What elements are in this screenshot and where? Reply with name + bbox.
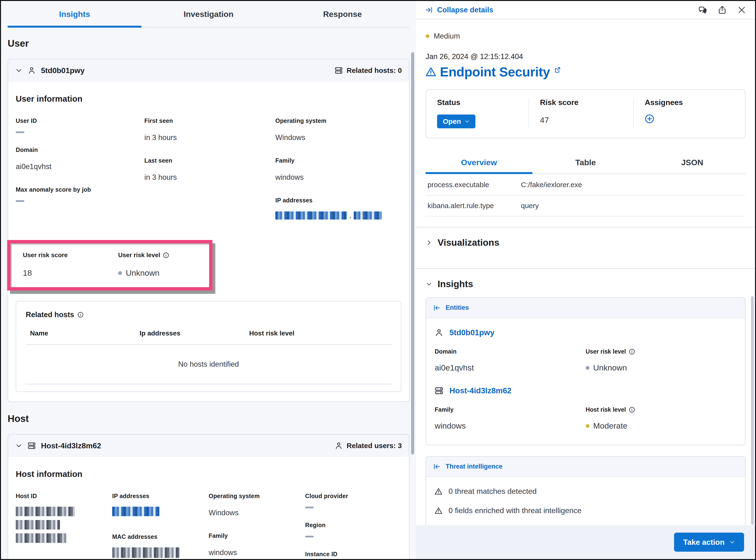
collapse-details-button[interactable]: Collapse details bbox=[425, 6, 493, 14]
entities-card: Entities 5td0b01pwy Domain ai0e1qvhst bbox=[426, 297, 745, 445]
entity-user-risk-value: Unknown bbox=[593, 363, 627, 373]
status-label: Status bbox=[437, 98, 518, 107]
risk-level-dot bbox=[586, 424, 590, 428]
alert-rule-title-link[interactable]: Endpoint Security bbox=[440, 64, 550, 80]
warning-icon bbox=[435, 507, 442, 515]
entities-card-header[interactable]: Entities bbox=[426, 298, 745, 318]
field-ip-addresses: IP addresses bbox=[112, 493, 208, 520]
field-host-id: Host ID bbox=[16, 493, 112, 547]
tab-response[interactable]: Response bbox=[276, 1, 410, 27]
info-icon[interactable] bbox=[629, 407, 635, 413]
entity-details-left-panel: InsightsInvestigationResponse User 5td0b… bbox=[1, 1, 416, 559]
add-assignee-button[interactable] bbox=[645, 114, 654, 124]
user-icon bbox=[335, 442, 343, 450]
right-panel-footer: Take action bbox=[416, 525, 755, 559]
entity-user-risk-label: User risk level bbox=[586, 348, 626, 355]
entity-host-link[interactable]: Host-4id3lz8m62 bbox=[450, 386, 511, 395]
chevron-right-icon bbox=[426, 239, 432, 246]
warning-icon bbox=[435, 487, 442, 495]
host-name: Host-4id3lz8m62 bbox=[41, 441, 101, 450]
user-risk-score-label: User risk score bbox=[23, 252, 118, 259]
alert-timestamp: Jan 26, 2024 @ 12:15:12.404 bbox=[426, 53, 745, 61]
user-section-heading: User bbox=[7, 38, 410, 49]
comments-icon[interactable] bbox=[698, 6, 707, 14]
right-panel-scrollbar[interactable] bbox=[751, 296, 754, 525]
share-icon[interactable] bbox=[718, 6, 727, 14]
related-users-count: Related users: 3 bbox=[335, 442, 402, 450]
related-hosts-column-header: Host risk level bbox=[249, 329, 294, 337]
info-icon[interactable] bbox=[629, 348, 635, 355]
status-summary-card: Status Open Risk score 47 Assignees bbox=[426, 89, 745, 138]
entity-family-value: windows bbox=[435, 421, 586, 431]
info-icon[interactable] bbox=[163, 252, 169, 258]
status-open-dropdown[interactable]: Open bbox=[437, 115, 475, 128]
alert-field-row[interactable]: kibana.alert.rule.typequery bbox=[426, 196, 745, 216]
user-card-body: User information User IDDomainai0e1qvhst… bbox=[8, 82, 409, 401]
user-info-heading: User information bbox=[16, 94, 401, 104]
field-ip-addresses: IP addresses, bbox=[275, 197, 399, 223]
empty-value-dash bbox=[16, 200, 24, 202]
field-cloud-provider: Cloud provider bbox=[305, 493, 400, 508]
host-info-grid: Host IDFirst seenJan 26, 2024 @ 12:12:57… bbox=[16, 493, 401, 559]
chevron-down-icon bbox=[464, 119, 470, 124]
user-card-header[interactable]: 5td0b01pwy Related hosts: 0 bbox=[8, 59, 409, 82]
entity-user-link[interactable]: 5td0b01pwy bbox=[450, 328, 495, 337]
left-panel-tabs: InsightsInvestigationResponse bbox=[7, 1, 410, 27]
chevron-down-icon bbox=[729, 539, 735, 545]
close-icon[interactable] bbox=[737, 6, 746, 14]
risk-score-label: Risk score bbox=[540, 98, 622, 107]
risk-level-dot bbox=[586, 366, 590, 370]
external-link-icon[interactable] bbox=[554, 66, 561, 74]
field-mac-addresses: MAC addresses bbox=[112, 533, 208, 559]
field-value: windows bbox=[208, 546, 305, 559]
arrow-start-icon bbox=[433, 463, 440, 470]
alert-fields-table: process.executableC:/fake/iexlorer.exeki… bbox=[426, 175, 745, 216]
tab-table[interactable]: Table bbox=[532, 151, 639, 174]
storage-icon bbox=[435, 386, 443, 395]
field-operating-system: Operating systemWindows bbox=[275, 117, 399, 144]
insights-accordion[interactable]: Insights bbox=[426, 269, 745, 297]
field-user-id: User ID bbox=[16, 117, 144, 133]
alert-details-right-panel: Collapse details Medium Jan 26, 2024 @ 1… bbox=[416, 1, 755, 559]
chevron-down-icon bbox=[426, 281, 432, 287]
user-name: 5td0b01pwy bbox=[41, 66, 84, 75]
field-first-seen: First seenin 3 hours bbox=[144, 117, 275, 144]
threat-intelligence-card-header[interactable]: Threat intelligence bbox=[426, 457, 745, 477]
user-risk-level-label: User risk level bbox=[118, 252, 160, 259]
empty-value-dash bbox=[16, 132, 24, 133]
severity-badge: Medium bbox=[426, 32, 745, 40]
insight-summary-row: 0 threat matches detected bbox=[435, 487, 736, 496]
field-instance-id: Instance ID bbox=[305, 551, 400, 559]
tab-insights[interactable]: Insights bbox=[7, 1, 141, 27]
host-card-header[interactable]: Host-4id3lz8m62 Related users: 3 bbox=[8, 435, 409, 457]
related-hosts-table: NameIp addressesHost risk level No hosts… bbox=[26, 329, 391, 384]
user-risk-score-value: 18 bbox=[23, 268, 118, 278]
field-value: windows bbox=[275, 171, 399, 184]
left-panel-scrollbar[interactable] bbox=[411, 52, 414, 455]
related-hosts-card: Related hosts NameIp addressesHost risk … bbox=[16, 301, 401, 392]
entity-host-risk-value: Moderate bbox=[593, 421, 628, 431]
entity-domain-value: ai0e1qvhst bbox=[435, 363, 586, 373]
visualizations-accordion[interactable]: Visualizations bbox=[426, 227, 745, 258]
host-entity-card: Host-4id3lz8m62 Related users: 3 Host in… bbox=[7, 434, 410, 559]
risk-score-value: 47 bbox=[540, 116, 622, 125]
right-panel-tabs: OverviewTableJSON bbox=[426, 151, 745, 174]
user-entity-card: 5td0b01pwy Related hosts: 0 User informa… bbox=[7, 59, 410, 402]
entity-host-risk-label: Host risk level bbox=[586, 406, 626, 413]
redacted-value-block bbox=[112, 507, 159, 516]
info-icon[interactable] bbox=[77, 312, 84, 318]
field-family: Familywindows bbox=[275, 157, 399, 184]
chevron-down-icon[interactable] bbox=[15, 67, 22, 74]
user-info-grid: User IDDomainai0e1qvhstMax anomaly score… bbox=[16, 117, 401, 237]
tab-overview[interactable]: Overview bbox=[426, 151, 532, 174]
redacted-value-block bbox=[16, 507, 75, 516]
tab-investigation[interactable]: Investigation bbox=[141, 1, 275, 27]
field-value: ai0e1qvhst bbox=[16, 160, 144, 173]
tab-json[interactable]: JSON bbox=[639, 151, 745, 174]
chevron-down-icon[interactable] bbox=[15, 442, 22, 449]
user-icon bbox=[435, 328, 443, 337]
empty-value-dash bbox=[305, 536, 314, 537]
alert-field-row[interactable]: process.executableC:/fake/iexlorer.exe bbox=[426, 175, 745, 196]
take-action-button[interactable]: Take action bbox=[674, 533, 744, 552]
redacted-value-block bbox=[16, 520, 60, 529]
